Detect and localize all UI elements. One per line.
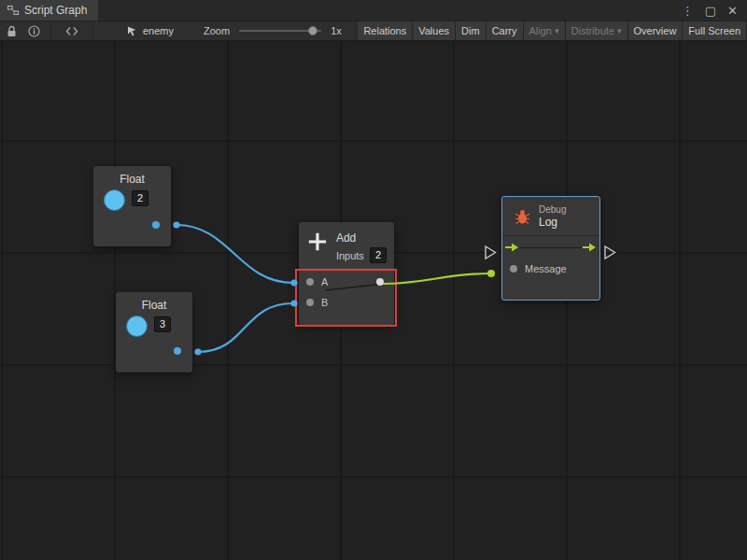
close-icon[interactable]: ✕ <box>727 5 738 17</box>
graph-name-group[interactable]: enemy <box>127 25 174 36</box>
add-node[interactable]: Add Inputs 2 A B <box>299 222 394 325</box>
graph-toolbar: enemy Zoom 1x Relations Values Dim Carry… <box>0 21 747 41</box>
port-label: A <box>321 276 328 287</box>
zoom-control: Zoom 1x <box>204 25 342 36</box>
tab-script-graph[interactable]: Script Graph <box>0 0 98 21</box>
flow-out-triangle-icon[interactable] <box>605 246 615 259</box>
wire-endpoint[interactable] <box>173 221 179 228</box>
wire-float2-to-b[interactable] <box>198 303 293 352</box>
chevron-down-icon: ▾ <box>617 27 622 35</box>
toolbar-separator <box>50 21 51 40</box>
toolbar-button-group: Relations Values Dim Carry Align ▾ Distr… <box>357 21 747 40</box>
values-button[interactable]: Values <box>413 21 456 40</box>
debug-log-node[interactable]: Debug Log Message <box>501 196 600 301</box>
wire-endpoint[interactable] <box>290 279 297 286</box>
plus-icon <box>307 231 328 253</box>
input-port-b[interactable] <box>306 299 314 306</box>
zoom-value: 1x <box>331 25 342 36</box>
info-icon <box>28 25 40 37</box>
float-node-1[interactable]: Float 2 <box>93 166 171 246</box>
inputs-count-field[interactable]: 2 <box>370 247 387 263</box>
toolbar-separator <box>92 21 93 40</box>
chevron-down-icon: ▾ <box>555 27 559 35</box>
align-button[interactable]: Align ▾ <box>524 21 566 40</box>
port-row-a: A <box>299 272 394 292</box>
flow-output-arrow-icon[interactable] <box>583 243 597 252</box>
graph-canvas[interactable]: Float 2 Float 3 Add Inputs 2 <box>0 41 747 560</box>
relations-button[interactable]: Relations <box>358 21 413 40</box>
script-graph-icon <box>7 5 19 16</box>
float-node-2[interactable]: Float 3 <box>116 292 192 372</box>
wire-endpoint[interactable] <box>290 300 297 306</box>
overview-button[interactable]: Overview <box>628 21 684 40</box>
node-title: Log <box>539 216 566 229</box>
port-row-b: B <box>299 292 394 313</box>
wire-add-to-message[interactable] <box>383 273 489 284</box>
tab-label: Script Graph <box>24 4 87 17</box>
code-view-button[interactable] <box>61 21 83 40</box>
float-output-port[interactable] <box>152 221 160 229</box>
kebab-menu-icon[interactable]: ⋮ <box>682 5 694 17</box>
carry-button[interactable]: Carry <box>486 21 524 40</box>
lock-button[interactable] <box>0 21 22 40</box>
control-flow-row <box>502 236 599 259</box>
wire-float1-to-a[interactable] <box>176 225 293 283</box>
wire-endpoint[interactable] <box>194 348 201 355</box>
maximize-icon[interactable]: ▢ <box>705 5 716 17</box>
full-screen-button[interactable]: Full Screen <box>683 21 747 40</box>
node-title: Float <box>116 292 192 312</box>
relation-line <box>520 247 582 248</box>
message-port-row: Message <box>502 259 599 279</box>
float-output-port[interactable] <box>174 347 181 355</box>
zoom-slider[interactable] <box>239 30 321 32</box>
float-literal-widget[interactable] <box>104 189 125 211</box>
dim-button[interactable]: Dim <box>456 21 486 40</box>
lock-icon <box>7 25 17 37</box>
bug-icon <box>514 209 530 225</box>
node-category: Debug <box>539 204 566 215</box>
flow-input-arrow-icon[interactable] <box>505 243 519 252</box>
float-value-field[interactable]: 3 <box>154 316 171 332</box>
wire-endpoint[interactable] <box>487 270 495 277</box>
pointer-icon <box>127 26 137 36</box>
node-title: Add <box>336 231 387 245</box>
node-title: Float <box>93 166 171 186</box>
sum-output-port[interactable] <box>376 278 384 286</box>
port-label: Message <box>525 263 567 274</box>
title-bar: Script Graph ⋮ ▢ ✕ <box>0 0 747 21</box>
input-port-a[interactable] <box>306 278 314 286</box>
message-input-port[interactable] <box>510 265 517 273</box>
float-literal-widget[interactable] <box>126 315 148 337</box>
code-icon <box>65 26 78 36</box>
inputs-label: Inputs <box>336 250 364 261</box>
distribute-button[interactable]: Distribute ▾ <box>566 21 628 40</box>
zoom-slider-knob[interactable] <box>308 26 317 35</box>
flow-in-triangle-icon[interactable] <box>486 246 496 259</box>
float-value-field[interactable]: 2 <box>132 190 148 206</box>
zoom-label: Zoom <box>204 25 230 36</box>
graph-name-label: enemy <box>143 25 174 36</box>
info-button[interactable] <box>22 21 45 40</box>
port-label: B <box>321 297 328 308</box>
